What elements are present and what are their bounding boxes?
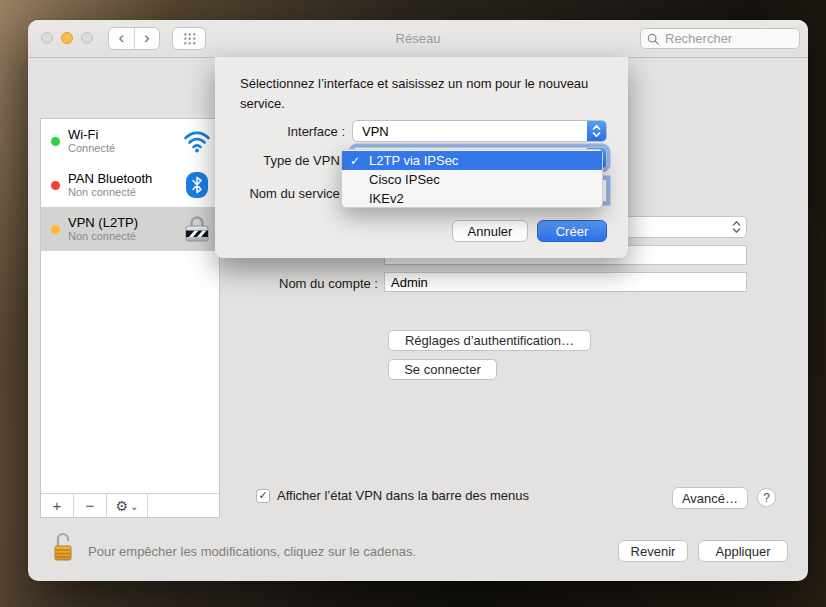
menu-item-ikev2[interactable]: IKEv2	[342, 189, 602, 208]
services-sidebar: Wi-Fi Connecté PAN Bluetooth Non connect…	[40, 118, 220, 518]
unlocked-padlock-icon[interactable]	[52, 531, 76, 563]
bluetooth-icon	[183, 171, 211, 199]
popup-chevrons-icon	[587, 121, 606, 141]
show-vpn-status-label: Afficher l’état VPN dans la barre des me…	[277, 488, 529, 503]
add-service-button[interactable]: +	[41, 494, 74, 517]
new-service-sheet: Sélectionnez l’interface et saisissez un…	[215, 57, 628, 258]
toolbar: Réseau ‹ ›	[28, 20, 808, 58]
status-dot-idle	[51, 225, 60, 234]
chevron-down-icon: ⌄	[130, 502, 138, 512]
back-button[interactable]: ‹	[109, 28, 135, 49]
interface-label: Interface :	[215, 124, 345, 139]
interface-popup[interactable]: VPN	[352, 120, 607, 142]
create-button[interactable]: Créer	[537, 220, 607, 242]
search-input[interactable]	[663, 30, 793, 47]
vpn-type-label: Type de VPN :	[215, 153, 347, 168]
remove-service-button[interactable]: −	[74, 494, 107, 517]
sidebar-action-bar: + − ⚙ ⌄	[41, 493, 219, 517]
question-icon: ?	[763, 491, 770, 505]
interface-value: VPN	[353, 124, 389, 139]
show-all-button[interactable]	[172, 27, 206, 50]
minus-icon: −	[86, 497, 95, 514]
zoom-button[interactable]	[81, 32, 93, 44]
wifi-icon	[183, 127, 211, 155]
status-dot-connected	[51, 137, 60, 146]
status-dot-disconnected	[51, 181, 60, 190]
account-field[interactable]: Admin	[384, 272, 747, 292]
nav-buttons: ‹ ›	[108, 27, 160, 50]
advanced-button[interactable]: Avancé…	[672, 487, 748, 509]
sidebar-item-wifi[interactable]: Wi-Fi Connecté	[41, 119, 219, 163]
check-icon: ✓	[258, 490, 267, 501]
service-status: Connecté	[68, 142, 115, 155]
minimize-button[interactable]	[61, 32, 73, 44]
service-name: Wi-Fi	[68, 127, 115, 142]
close-button[interactable]	[41, 32, 53, 44]
service-name-label: Nom du service :	[215, 186, 347, 201]
help-button[interactable]: ?	[757, 488, 776, 507]
revert-button[interactable]: Revenir	[618, 540, 688, 562]
popup-chevrons-icon	[732, 220, 741, 234]
auth-settings-button[interactable]: Réglages d’authentification…	[388, 330, 591, 351]
menu-item-cisco[interactable]: Cisco IPSec	[342, 170, 602, 189]
cancel-button[interactable]: Annuler	[452, 220, 528, 242]
menu-item-l2tp[interactable]: ✓ L2TP via IPSec	[342, 151, 602, 170]
service-actions-button[interactable]: ⚙ ⌄	[107, 494, 148, 517]
show-vpn-status-checkbox[interactable]: ✓	[256, 489, 270, 503]
vpn-lock-icon	[183, 215, 211, 243]
vpn-type-menu: ✓ L2TP via IPSec Cisco IPSec IKEv2	[341, 149, 603, 208]
service-status: Non connecté	[68, 230, 138, 243]
plus-icon: +	[53, 497, 62, 514]
service-status: Non connecté	[68, 186, 152, 199]
sidebar-item-pan-bluetooth[interactable]: PAN Bluetooth Non connecté	[41, 163, 219, 207]
chevron-left-icon: ‹	[118, 29, 124, 46]
service-name: VPN (L2TP)	[68, 215, 138, 230]
sidebar-item-vpn-l2tp[interactable]: VPN (L2TP) Non connecté	[41, 207, 219, 251]
apply-button[interactable]: Appliquer	[698, 540, 788, 562]
network-preferences-window: Réseau ‹ › Wi-Fi Connecté	[28, 20, 808, 581]
gear-icon: ⚙	[116, 499, 129, 513]
connect-button[interactable]: Se connecter	[388, 359, 497, 380]
account-value: Admin	[391, 275, 428, 290]
chevron-right-icon: ›	[144, 29, 150, 46]
service-name: PAN Bluetooth	[68, 171, 152, 186]
account-label: Nom du compte :	[208, 276, 378, 291]
lock-hint-text: Pour empêcher les modifications, cliquez…	[88, 544, 416, 559]
check-icon: ✓	[350, 154, 360, 168]
traffic-lights	[41, 32, 93, 44]
search-icon	[647, 33, 659, 45]
search-field[interactable]	[640, 28, 800, 49]
sheet-message: Sélectionnez l’interface et saisissez un…	[240, 74, 602, 113]
forward-button[interactable]: ›	[135, 28, 160, 49]
grid-icon	[182, 31, 197, 46]
show-vpn-status-row: ✓ Afficher l’état VPN dans la barre des …	[256, 488, 529, 503]
